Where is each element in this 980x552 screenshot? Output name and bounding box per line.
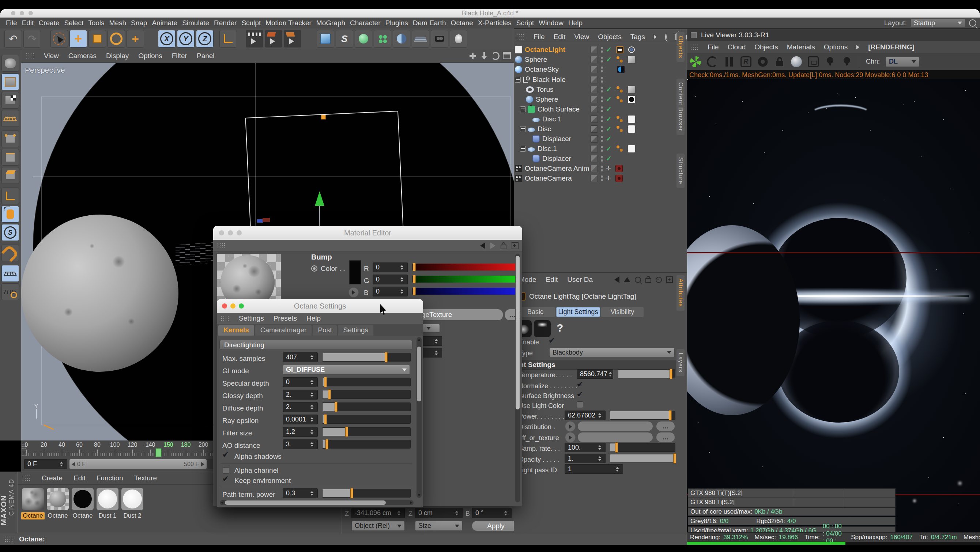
points-mode-icon[interactable] xyxy=(2,130,19,147)
timeline-playhead[interactable] xyxy=(156,448,162,457)
tab-post[interactable]: Post xyxy=(313,325,337,336)
mat-menu-create[interactable]: Create xyxy=(42,474,62,482)
scale-tool-icon[interactable] xyxy=(89,30,106,48)
undo-icon[interactable]: ↶ xyxy=(5,30,22,48)
normalize-checkbox[interactable] xyxy=(577,380,583,389)
attr-up-icon[interactable] xyxy=(624,277,630,282)
visibility-dots-icon[interactable] xyxy=(601,97,603,99)
lv-menu-materials[interactable]: Materials xyxy=(787,43,815,51)
enabled-check-icon[interactable] xyxy=(606,45,612,54)
r-value-field[interactable]: 0 xyxy=(372,262,408,272)
temperature-slider[interactable] xyxy=(618,369,675,379)
lv-menu-cloud[interactable]: Cloud xyxy=(728,43,746,51)
layer-icon[interactable] xyxy=(590,126,598,133)
mat-menu-edit[interactable]: Edit xyxy=(73,474,86,482)
diffuse-depth-slider[interactable] xyxy=(322,402,410,411)
visibility-dots-icon[interactable] xyxy=(601,175,603,178)
tree-row-octanecamera[interactable]: OctaneCamera xyxy=(515,173,675,183)
visibility-dots-icon[interactable] xyxy=(601,146,603,148)
magnet-icon[interactable] xyxy=(2,245,19,261)
z-scale-field[interactable]: 0 cm xyxy=(415,508,463,518)
eff-field[interactable] xyxy=(578,433,653,442)
menu-file[interactable]: File xyxy=(6,19,17,27)
spline-pen-icon[interactable]: S xyxy=(336,30,353,48)
samp-rate-field[interactable]: 100. xyxy=(565,443,606,452)
layout-dropdown[interactable]: Startup xyxy=(910,19,966,27)
opacity-field[interactable]: 1. xyxy=(565,454,606,463)
ao-distance-field[interactable]: 3. xyxy=(283,439,318,449)
power-slider[interactable] xyxy=(610,411,675,420)
generator-icon[interactable] xyxy=(355,30,372,48)
vp-pan-icon[interactable] xyxy=(469,52,477,60)
type-dropdown[interactable]: Blackbody xyxy=(549,348,675,357)
collapse-expander-icon[interactable] xyxy=(520,107,526,112)
octane-tag-icon[interactable] xyxy=(616,145,624,153)
path-term-power-field[interactable]: 0.3 xyxy=(283,488,318,498)
tab-visibility[interactable]: Visibility xyxy=(601,307,644,317)
distribution-field[interactable] xyxy=(578,422,653,431)
octane-settings-window[interactable]: Octane Settings Settings Presets Help Ke… xyxy=(217,299,423,507)
tree-row-disc1b[interactable]: Disc.1 xyxy=(515,144,680,154)
range-right-arrow-icon[interactable] xyxy=(201,462,204,466)
b-expand-icon[interactable] xyxy=(348,287,359,297)
layer-icon[interactable] xyxy=(590,116,598,123)
vp-menu-cameras[interactable]: Cameras xyxy=(68,52,97,60)
panel-grip-icon[interactable] xyxy=(25,52,34,59)
enabled-check-icon[interactable] xyxy=(606,154,612,163)
light-preview-thumb2[interactable] xyxy=(534,320,551,337)
planar-workplane-icon[interactable] xyxy=(2,283,19,300)
ray-epsilon-field[interactable]: 0.0001 xyxy=(283,415,318,425)
visibility-dots-icon[interactable] xyxy=(601,67,603,69)
visibility-dots-icon[interactable] xyxy=(601,77,603,79)
tree-row-disc1[interactable]: Disc.1 xyxy=(515,114,693,124)
window-titlebar[interactable]: Black Hole_A.c4d * xyxy=(0,9,980,17)
tree-row-displacer[interactable]: Displacer xyxy=(515,134,693,144)
diffuse-depth-field[interactable]: 2. xyxy=(283,402,318,412)
os-menu-help[interactable]: Help xyxy=(306,314,321,323)
lock-workplane-icon[interactable] xyxy=(2,265,19,282)
attr-add-icon[interactable] xyxy=(666,276,673,283)
render-settings-icon[interactable] xyxy=(284,30,301,48)
om-menu-tags[interactable]: Tags xyxy=(630,33,645,41)
tab-layers[interactable]: Layers xyxy=(676,349,684,376)
attr-menu-edit[interactable]: Edit xyxy=(546,276,558,284)
menu-sculpt[interactable]: Sculpt xyxy=(241,19,261,27)
temperature-field[interactable]: 8560.747 xyxy=(577,369,613,379)
menu-mesh[interactable]: Mesh xyxy=(109,19,126,27)
me-scrollbar[interactable] xyxy=(515,254,520,502)
octane-settings-titlebar[interactable]: Octane Settings xyxy=(217,299,423,313)
om-grip-icon[interactable] xyxy=(516,33,525,40)
render-passes-icon[interactable]: R xyxy=(740,56,751,67)
enabled-check-icon[interactable] xyxy=(606,135,612,143)
menu-mograph[interactable]: MoGraph xyxy=(316,19,345,27)
tree-row-octanesky[interactable]: OctaneSky xyxy=(515,64,675,74)
attr-search-icon[interactable] xyxy=(635,277,641,283)
distribution-more-button[interactable]: ... xyxy=(656,422,675,431)
focus-pick-icon[interactable] xyxy=(824,56,835,67)
layer-icon[interactable] xyxy=(590,145,598,153)
menu-motion-tracker[interactable]: Motion Tracker xyxy=(266,19,312,27)
enabled-check-icon[interactable] xyxy=(606,55,612,64)
enabled-check-icon[interactable] xyxy=(606,85,612,94)
layer-icon[interactable] xyxy=(590,106,598,113)
visibility-dots-icon[interactable] xyxy=(601,126,603,128)
viewport-solo-icon[interactable] xyxy=(2,206,19,223)
move-tool-icon[interactable]: + xyxy=(70,30,87,48)
os-vscrollbar[interactable] xyxy=(417,337,422,498)
lv-menu-more-icon[interactable] xyxy=(856,45,859,49)
material-ball-icon[interactable] xyxy=(791,56,802,67)
moon-sphere[interactable] xyxy=(21,215,178,372)
material-editor-titlebar[interactable]: Material Editor xyxy=(213,226,522,240)
me-spinner-field-2[interactable] xyxy=(422,348,442,358)
attr-target-icon[interactable] xyxy=(655,277,662,283)
white-texture-tag-icon[interactable] xyxy=(628,126,635,133)
viewport-label[interactable]: Perspective xyxy=(25,66,65,75)
octane-tag-icon[interactable] xyxy=(616,96,624,103)
om-menu-objects[interactable]: Objects xyxy=(598,33,621,41)
menu-animate[interactable]: Animate xyxy=(152,19,177,27)
layer-icon[interactable] xyxy=(590,155,598,162)
camera-tag-icon[interactable] xyxy=(616,165,623,172)
last-tool-icon[interactable]: + xyxy=(127,30,144,48)
attr-lock-icon[interactable] xyxy=(646,278,651,283)
layer-icon[interactable] xyxy=(590,175,598,182)
